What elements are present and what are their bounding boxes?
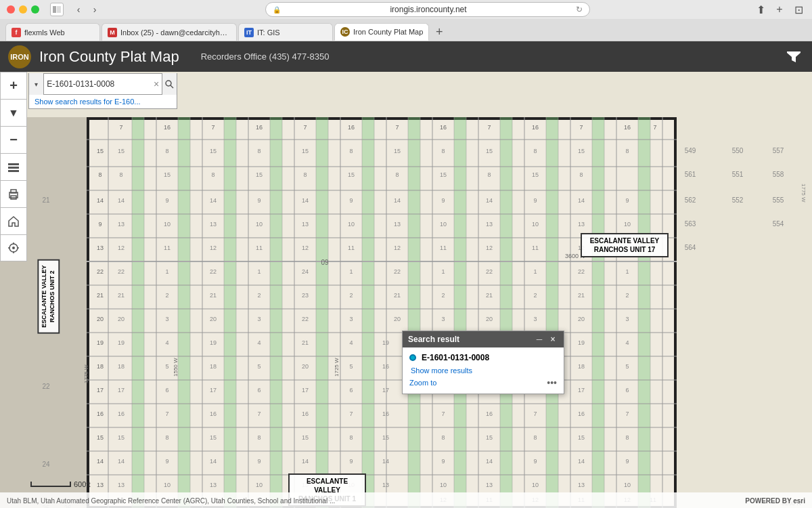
svg-text:557: 557: [773, 147, 784, 154]
popup-footer: Zoom to •••: [409, 377, 557, 388]
search-suggestion[interactable]: Show search results for E-160...: [28, 95, 177, 109]
svg-text:10: 10: [440, 221, 447, 228]
svg-text:14: 14: [118, 197, 125, 204]
svg-text:15: 15: [348, 171, 355, 178]
new-tab-button[interactable]: +: [773, 3, 786, 16]
svg-text:9: 9: [533, 197, 537, 204]
svg-text:3: 3: [533, 316, 537, 322]
map-grid-svg: 7 16 7 16 7 16 7 16 7 16 7 16 7 15 8 14 …: [0, 72, 812, 508]
svg-text:9: 9: [441, 197, 445, 204]
svg-text:17: 17: [210, 387, 217, 394]
svg-text:9: 9: [533, 458, 537, 465]
svg-text:9: 9: [257, 458, 261, 465]
tab-ironplat[interactable]: IC Iron County Plat Map: [334, 23, 429, 41]
sidebar-button[interactable]: ⊡: [792, 3, 805, 16]
svg-text:555: 555: [773, 196, 784, 204]
svg-text:15: 15: [97, 434, 104, 441]
tab-flexmls-label: flexmls Web: [24, 28, 94, 37]
search-type-dropdown[interactable]: ▾: [29, 73, 44, 95]
window-controls: [7, 5, 39, 14]
layers-button[interactable]: [0, 153, 27, 180]
svg-text:13: 13: [486, 482, 493, 488]
tab-itgis-label: IT: GIS: [257, 28, 327, 37]
svg-line-352: [171, 85, 173, 88]
popup-more-options-button[interactable]: •••: [547, 377, 557, 388]
share-button[interactable]: ⬆: [754, 3, 767, 16]
svg-text:13: 13: [210, 482, 217, 488]
zoom-out-button[interactable]: −: [0, 126, 27, 153]
new-tab-plus-button[interactable]: +: [430, 23, 448, 41]
sidebar-toggle-button[interactable]: [50, 3, 64, 16]
popup-show-more-link[interactable]: Show more results: [409, 366, 557, 375]
popup-minimize-button[interactable]: ─: [534, 334, 545, 345]
back-button[interactable]: ‹: [72, 3, 85, 16]
svg-text:561: 561: [685, 171, 696, 178]
svg-text:9: 9: [441, 458, 445, 465]
reload-button[interactable]: ↻: [576, 5, 583, 14]
svg-text:551: 551: [732, 171, 744, 178]
svg-text:1: 1: [441, 268, 445, 275]
search-dropdown-button[interactable]: ▼: [0, 99, 27, 126]
maximize-window-button[interactable]: [31, 5, 39, 14]
map-background[interactable]: 7 16 7 16 7 16 7 16 7 16 7 16 7 15 8 14 …: [0, 72, 812, 508]
svg-text:3: 3: [165, 316, 168, 322]
svg-text:14: 14: [394, 197, 401, 204]
svg-text:7: 7: [119, 124, 122, 131]
svg-text:10: 10: [256, 221, 263, 228]
svg-text:11: 11: [532, 245, 539, 251]
svg-text:16: 16: [532, 124, 539, 131]
search-go-button[interactable]: [162, 73, 177, 95]
popup-header-buttons: ─ ×: [534, 334, 558, 345]
svg-text:5: 5: [257, 363, 261, 370]
svg-text:8: 8: [579, 171, 583, 178]
search-input[interactable]: [44, 79, 151, 89]
svg-text:9: 9: [165, 458, 168, 465]
popup-result-id: E-1601-0131-0008: [422, 353, 489, 362]
svg-text:7: 7: [303, 124, 307, 131]
svg-text:20: 20: [486, 316, 493, 322]
svg-text:9: 9: [349, 197, 353, 204]
svg-text:10: 10: [624, 221, 631, 228]
minimize-window-button[interactable]: [19, 5, 27, 14]
svg-text:11: 11: [440, 245, 447, 251]
forward-button[interactable]: ›: [88, 3, 102, 16]
svg-text:14: 14: [97, 197, 104, 204]
svg-text:21: 21: [42, 196, 50, 204]
svg-rect-20: [592, 117, 604, 508]
svg-text:1550 W: 1550 W: [173, 358, 179, 377]
svg-text:3: 3: [349, 316, 353, 322]
locate-button[interactable]: [0, 234, 27, 261]
svg-text:11: 11: [164, 245, 171, 251]
svg-point-346: [12, 247, 15, 249]
svg-text:10: 10: [256, 482, 263, 488]
tab-flexmls[interactable]: f flexmls Web: [5, 23, 100, 41]
svg-text:12: 12: [486, 245, 493, 251]
svg-text:15: 15: [97, 148, 104, 154]
popup-close-button[interactable]: ×: [547, 334, 558, 345]
close-window-button[interactable]: [7, 5, 15, 14]
tab-itgis[interactable]: IT IT: GIS: [238, 23, 333, 41]
svg-text:7: 7: [653, 124, 656, 131]
tab-inbox[interactable]: M Inbox (25) - dawn@cedarcityhouse.com -…: [102, 23, 237, 41]
gmail-favicon: M: [108, 28, 117, 37]
browser-titlebar: ‹ › 🔒 irongis.ironcounty.net ↻ ⬆ + ⊡: [0, 0, 812, 19]
dropdown-icon: ▾: [35, 81, 38, 88]
svg-text:1: 1: [625, 268, 629, 275]
svg-rect-18: [500, 117, 512, 508]
home-button[interactable]: [0, 207, 27, 234]
svg-rect-340: [8, 167, 19, 169]
svg-text:22: 22: [578, 268, 585, 275]
popup-zoom-button[interactable]: Zoom to: [409, 379, 436, 387]
svg-text:16: 16: [348, 124, 355, 131]
filter-button[interactable]: [784, 47, 804, 67]
svg-text:20: 20: [210, 316, 217, 322]
address-bar[interactable]: 🔒 irongis.ironcounty.net ↻: [265, 2, 590, 17]
svg-text:552: 552: [732, 196, 744, 204]
svg-text:6: 6: [625, 387, 629, 394]
svg-text:19: 19: [210, 339, 217, 346]
attribution-text: Utah BLM, Utah Automated Geographic Refe…: [7, 497, 335, 505]
svg-text:8: 8: [533, 148, 537, 154]
print-button[interactable]: [0, 180, 27, 207]
zoom-in-button[interactable]: +: [0, 72, 27, 99]
search-clear-button[interactable]: ×: [151, 77, 162, 91]
